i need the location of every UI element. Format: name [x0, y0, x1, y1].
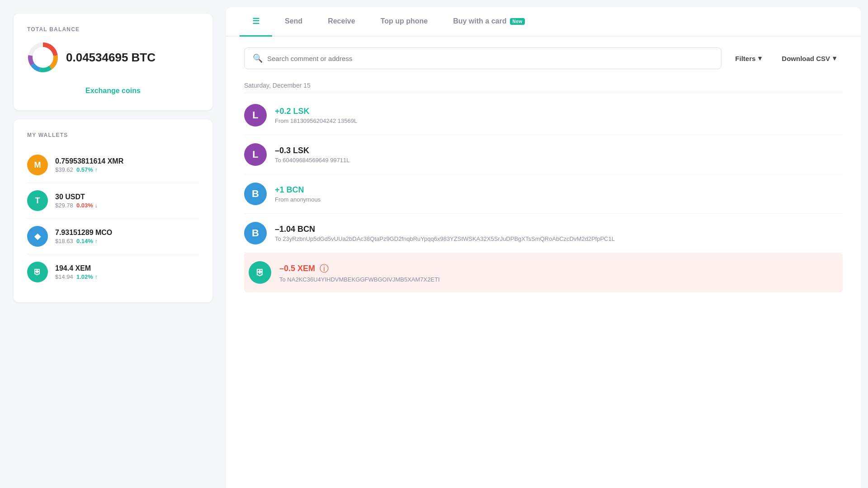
balance-row: 0.04534695 BTC — [27, 42, 199, 73]
transaction-list: L +0.2 LSK From 18130956204242 13569L L … — [244, 96, 843, 292]
tx-details: –0.5 XEM ⓘ To NA2KC36U4YIHDVMBEKGGFWBGOI… — [279, 263, 838, 283]
wallet-info: 30 USDT $29.78 0.03% ↓ — [55, 193, 199, 209]
transaction-item[interactable]: L –0.3 LSK To 60409684569649 99711L — [244, 135, 843, 174]
tx-address: To 23yRzbnUp5dGd5vUUa2bDAc38QtaPz9GD2fnq… — [275, 235, 843, 242]
history-icon: ☰ — [252, 16, 259, 26]
tx-avatar: ⛨ — [249, 261, 271, 284]
wallet-fiat: $14.94 1.02% ↑ — [55, 273, 199, 280]
wallet-icon: ◆ — [27, 226, 48, 247]
filters-button[interactable]: Filters ▾ — [729, 50, 768, 67]
error-icon: ⓘ — [320, 263, 329, 275]
wallet-item[interactable]: ⛨ 194.4 XEM $14.94 1.02% ↑ — [27, 254, 199, 290]
tx-avatar: L — [244, 143, 267, 166]
new-badge: New — [510, 18, 524, 25]
tab-topup[interactable]: Top up phone — [368, 8, 441, 36]
wallet-item[interactable]: M 0.75953811614 XMR $39.62 0.57% ↑ — [27, 147, 199, 183]
wallet-item[interactable]: ◆ 7.93151289 MCO $18.63 0.14% ↑ — [27, 219, 199, 254]
tx-details: +0.2 LSK From 18130956204242 13569L — [275, 107, 843, 124]
tabs-bar: ☰ Send Receive Top up phone Buy with a c… — [226, 7, 861, 37]
tx-details: +1 BCN From anonymous — [275, 185, 843, 203]
filters-chevron-icon: ▾ — [758, 54, 762, 62]
wallet-change: 0.57% ↑ — [76, 166, 98, 173]
wallet-fiat: $39.62 0.57% ↑ — [55, 166, 199, 173]
tx-details: –1.04 BCN To 23yRzbnUp5dGd5vUUa2bDAc38Qt… — [275, 225, 843, 242]
transaction-item[interactable]: B +1 BCN From anonymous — [244, 174, 843, 214]
tab-history[interactable]: ☰ — [240, 7, 272, 37]
search-box[interactable]: 🔍 — [244, 47, 722, 69]
total-balance-card: TOTAL BALANCE 0.04534695 BTC Exchange co… — [14, 14, 212, 110]
wallet-icon: ⛨ — [27, 262, 48, 282]
transaction-area: 🔍 Filters ▾ Download CSV ▾ Saturday, Dec… — [226, 37, 861, 488]
download-csv-button[interactable]: Download CSV ▾ — [775, 50, 843, 67]
tx-amount: –0.3 LSK — [275, 146, 309, 155]
search-input[interactable] — [267, 55, 713, 62]
tab-buycard[interactable]: Buy with a card New — [440, 8, 537, 36]
transaction-item[interactable]: B –1.04 BCN To 23yRzbnUp5dGd5vUUa2bDAc38… — [244, 214, 843, 253]
wallet-info: 194.4 XEM $14.94 1.02% ↑ — [55, 264, 199, 280]
csv-chevron-icon: ▾ — [833, 54, 836, 62]
tx-address: To 60409684569649 99711L — [275, 157, 843, 164]
exchange-coins-button[interactable]: Exchange coins — [27, 84, 199, 98]
tx-amount: +0.2 LSK — [275, 107, 310, 116]
donut-chart — [27, 42, 59, 73]
wallets-title: MY WALLETS — [27, 132, 199, 138]
csv-label: Download CSV — [782, 55, 830, 62]
tx-details: –0.3 LSK To 60409684569649 99711L — [275, 146, 843, 164]
wallet-info: 7.93151289 MCO $18.63 0.14% ↑ — [55, 229, 199, 244]
wallet-item[interactable]: T 30 USDT $29.78 0.03% ↓ — [27, 183, 199, 219]
total-balance-title: TOTAL BALANCE — [27, 26, 199, 33]
wallet-change: 0.03% ↓ — [76, 202, 98, 209]
wallet-amount: 30 USDT — [55, 193, 199, 201]
wallet-fiat: $18.63 0.14% ↑ — [55, 238, 199, 244]
tx-amount: –1.04 BCN — [275, 225, 315, 234]
balance-amount: 0.04534695 BTC — [66, 51, 156, 65]
search-icon: 🔍 — [253, 53, 263, 63]
tab-topup-label: Top up phone — [381, 17, 428, 25]
left-panel: TOTAL BALANCE 0.04534695 BTC Exchange co… — [0, 0, 226, 488]
tab-send[interactable]: Send — [272, 8, 315, 36]
tab-receive[interactable]: Receive — [315, 8, 368, 36]
tx-avatar: B — [244, 183, 267, 205]
wallet-icon: T — [27, 190, 48, 211]
tx-address: From 18130956204242 13569L — [275, 117, 843, 124]
right-panel: ☰ Send Receive Top up phone Buy with a c… — [226, 7, 861, 488]
tx-avatar: B — [244, 222, 267, 244]
search-row: 🔍 Filters ▾ Download CSV ▾ — [244, 47, 843, 69]
transaction-item[interactable]: ⛨ –0.5 XEM ⓘ To NA2KC36U4YIHDVMBEKGGFWBG… — [244, 253, 843, 292]
tab-buycard-label: Buy with a card — [453, 17, 506, 25]
date-separator: Saturday, December 15 — [244, 82, 843, 93]
tx-amount: –0.5 XEM — [279, 264, 315, 273]
tx-address: From anonymous — [275, 196, 843, 203]
tx-amount: +1 BCN — [275, 185, 304, 195]
wallet-icon: M — [27, 155, 48, 175]
wallet-change: 1.02% ↑ — [76, 273, 98, 280]
wallet-change: 0.14% ↑ — [76, 238, 98, 244]
tab-receive-label: Receive — [328, 17, 355, 25]
wallet-list: M 0.75953811614 XMR $39.62 0.57% ↑ T 30 … — [27, 147, 199, 290]
wallet-amount: 194.4 XEM — [55, 264, 199, 272]
wallet-amount: 0.75953811614 XMR — [55, 157, 199, 165]
filters-label: Filters — [735, 55, 755, 62]
tx-address: To NA2KC36U4YIHDVMBEKGGFWBGOIVJMB5XAM7X2… — [279, 276, 838, 283]
transaction-item[interactable]: L +0.2 LSK From 18130956204242 13569L — [244, 96, 843, 135]
my-wallets-card: MY WALLETS M 0.75953811614 XMR $39.62 0.… — [14, 119, 212, 302]
tab-send-label: Send — [285, 17, 302, 25]
wallet-info: 0.75953811614 XMR $39.62 0.57% ↑ — [55, 157, 199, 173]
wallet-amount: 7.93151289 MCO — [55, 229, 199, 237]
tx-avatar: L — [244, 104, 267, 127]
wallet-fiat: $29.78 0.03% ↓ — [55, 202, 199, 209]
